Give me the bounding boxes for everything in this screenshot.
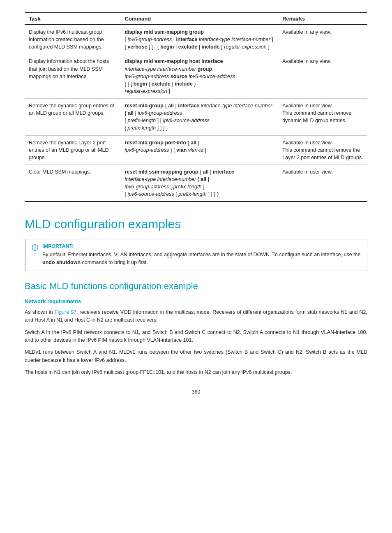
paragraphs-container: As shown in Figure 97, receivers receive… <box>25 308 367 377</box>
table-cell-command: reset mld ssm-mapping group { all | inte… <box>121 165 279 202</box>
important-text: By default, Ethernet interfaces, VLAN in… <box>42 251 361 266</box>
important-content: IMPORTANT: By default, Ethernet interfac… <box>42 243 361 266</box>
section-main-heading: MLD configuration examples <box>25 217 367 232</box>
body-paragraph: The hosts in N1 can join only IPv6 multi… <box>25 368 367 376</box>
sub-heading: Basic MLD functions configuration exampl… <box>25 281 367 292</box>
table-cell-command: reset mld group { all | interface interf… <box>121 99 279 136</box>
table-row: Remove the dynamic group entries of an M… <box>25 99 367 136</box>
table-header-remarks: Remarks <box>278 13 367 25</box>
table-cell-task: Clear MLD SSM mappings. <box>25 165 121 202</box>
table-cell-remarks: Available in user view. <box>278 165 367 202</box>
table-row: Remove the dynamic Layer 2 port entries … <box>25 135 367 165</box>
important-label: IMPORTANT: <box>42 243 361 249</box>
table-cell-remarks: Available in any view. <box>278 25 367 54</box>
table-cell-command: reset mld group port-info { all |ipv6-gr… <box>121 135 279 165</box>
table-cell-remarks: Available in any view. <box>278 54 367 99</box>
table-cell-task: Display the IPv6 multicast group informa… <box>25 25 121 54</box>
body-paragraph: Switch A in the IPv6 PIM network connect… <box>25 329 367 345</box>
table-cell-task: Remove the dynamic group entries of an M… <box>25 99 121 136</box>
table-cell-task: Remove the dynamic Layer 2 port entries … <box>25 135 121 165</box>
important-icon: ⓘ <box>32 244 38 253</box>
table-row: Clear MLD SSM mappings.reset mld ssm-map… <box>25 165 367 202</box>
table-cell-task: Display information about the hosts that… <box>25 54 121 99</box>
important-box: ⓘ IMPORTANT: By default, Ethernet interf… <box>25 239 367 271</box>
table-row: Display information about the hosts that… <box>25 54 367 99</box>
table-cell-remarks: Available in user view.This command cann… <box>278 99 367 136</box>
figure-link[interactable]: Figure 97 <box>55 309 76 315</box>
network-requirements-heading: Network requirements <box>25 298 367 304</box>
body-paragraph: As shown in Figure 97, receivers receive… <box>25 308 367 324</box>
commands-table: Task Command Remarks Display the IPv6 mu… <box>25 12 367 202</box>
table-cell-command: display mld ssm-mapping group[ ipv6-grou… <box>121 25 279 54</box>
table-cell-command: display mld ssm-mapping host interfacein… <box>121 54 279 99</box>
page-number: 360 <box>25 389 367 395</box>
body-paragraph: MLDv1 runs between Switch A and N1. MLDv… <box>25 348 367 364</box>
table-cell-remarks: Available in user view.This command cann… <box>278 135 367 165</box>
table-header-task: Task <box>25 13 121 25</box>
table-row: Display the IPv6 multicast group informa… <box>25 25 367 54</box>
table-header-command: Command <box>121 13 279 25</box>
